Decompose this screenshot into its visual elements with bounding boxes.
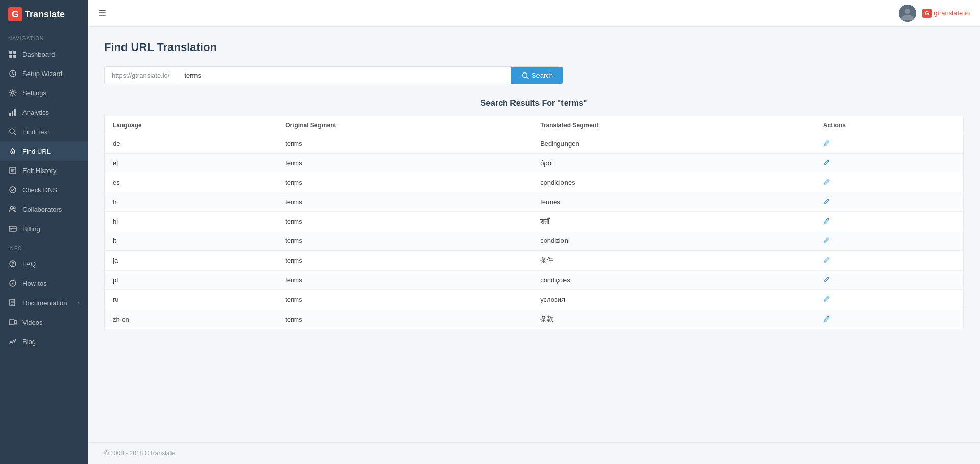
cell-lang: fr [105, 192, 278, 212]
page-title: Find URL Translation [104, 41, 964, 54]
videos-icon [8, 318, 17, 327]
cell-original: terms [277, 192, 532, 212]
sidebar-item-blog[interactable]: Blog [0, 332, 88, 351]
search-bar: https://gtranslate.io/ Search [104, 66, 564, 84]
cell-lang: de [105, 134, 278, 154]
col-original: Original Segment [277, 116, 532, 134]
cell-translated: όροι [532, 154, 815, 173]
sidebar-item-edit-history[interactable]: Edit History [0, 161, 88, 180]
hamburger-button[interactable]: ☰ [98, 8, 106, 19]
col-translated: Translated Segment [532, 116, 815, 134]
search-icon [522, 72, 529, 79]
edit-button[interactable] [823, 276, 830, 284]
sidebar-item-dashboard[interactable]: Dashboard [0, 44, 88, 64]
cell-actions [815, 290, 964, 309]
sidebar-item-billing[interactable]: Billing [0, 219, 88, 238]
table-row: ru terms условия [105, 290, 964, 309]
topbar: ☰ G gtranslate.io [88, 0, 980, 27]
cell-actions [815, 251, 964, 271]
logo-text: Translate [24, 9, 65, 20]
sidebar-item-find-url-label: Find URL [22, 148, 80, 155]
svg-rect-1 [13, 51, 16, 54]
documentation-chevron-icon: › [78, 300, 80, 306]
edit-button[interactable] [823, 256, 830, 265]
cell-original: terms [277, 290, 532, 309]
search-button[interactable]: Search [511, 67, 563, 84]
svg-point-23 [905, 9, 910, 14]
sidebar-item-settings[interactable]: Settings [0, 83, 88, 103]
sidebar-item-faq-label: FAQ [22, 260, 80, 268]
brand-domain: gtranslate.io [934, 9, 970, 17]
cell-actions [815, 173, 964, 192]
sidebar-item-how-tos[interactable]: How-tos [0, 274, 88, 293]
sidebar-item-videos[interactable]: Videos [0, 312, 88, 332]
edit-button[interactable] [823, 315, 830, 324]
cell-lang: ru [105, 290, 278, 309]
cell-actions [815, 212, 964, 231]
table-row: de terms Bedingungen [105, 134, 964, 154]
cell-actions [815, 134, 964, 154]
sidebar-item-analytics[interactable]: Analytics [0, 103, 88, 122]
cell-lang: es [105, 173, 278, 192]
table-row: hi terms शर्तों [105, 212, 964, 231]
content-area: Find URL Translation https://gtranslate.… [88, 27, 980, 442]
sidebar-item-settings-label: Settings [22, 89, 80, 97]
brand-g-icon: G [922, 9, 932, 18]
dashboard-icon [8, 50, 17, 59]
table-row: pt terms condições [105, 271, 964, 290]
table-row: fr terms termes [105, 192, 964, 212]
search-input[interactable] [177, 67, 511, 84]
logo-icon: G [8, 7, 22, 21]
avatar[interactable] [899, 5, 916, 22]
svg-rect-7 [12, 111, 13, 116]
sidebar-item-check-dns[interactable]: Check DNS [0, 180, 88, 200]
svg-point-10 [12, 151, 14, 153]
sidebar-item-find-text-label: Find Text [22, 128, 80, 136]
find-url-icon [8, 146, 17, 156]
edit-button[interactable] [823, 178, 830, 187]
edit-history-icon [8, 166, 17, 175]
edit-button[interactable] [823, 198, 830, 206]
svg-point-13 [11, 207, 13, 209]
col-actions: Actions [815, 116, 964, 134]
cell-actions [815, 231, 964, 251]
search-prefix: https://gtranslate.io/ [105, 67, 177, 84]
info-section-label: INFO [0, 238, 88, 254]
col-language: Language [105, 116, 278, 134]
table-row: it terms condizioni [105, 231, 964, 251]
sidebar-item-documentation[interactable]: Documentation › [0, 293, 88, 312]
edit-button[interactable] [823, 217, 830, 226]
sidebar-item-videos-label: Videos [22, 319, 80, 326]
cell-original: terms [277, 154, 532, 173]
svg-rect-16 [10, 230, 12, 231]
svg-point-18 [12, 265, 13, 266]
sidebar-item-find-url[interactable]: Find URL [0, 141, 88, 161]
svg-rect-3 [13, 55, 16, 58]
sidebar-item-collaborators[interactable]: Collaborators [0, 200, 88, 219]
cell-translated: condizioni [532, 231, 815, 251]
nav-section-label: NAVIGATION [0, 29, 88, 44]
sidebar-item-setup-wizard[interactable]: Setup Wizard [0, 64, 88, 83]
edit-button[interactable] [823, 295, 830, 304]
svg-rect-6 [9, 113, 11, 116]
svg-point-14 [13, 207, 15, 209]
cell-translated: शर्तों [532, 212, 815, 231]
sidebar-item-find-text[interactable]: Find Text [0, 122, 88, 141]
results-table: Language Original Segment Translated Seg… [104, 116, 964, 329]
sidebar-item-collaborators-label: Collaborators [22, 206, 80, 213]
svg-rect-11 [10, 167, 16, 174]
cell-actions [815, 154, 964, 173]
cell-lang: pt [105, 271, 278, 290]
sidebar-item-faq[interactable]: FAQ [0, 254, 88, 274]
cell-original: terms [277, 231, 532, 251]
main-panel: ☰ G gtranslate.io Find URL Translation h… [88, 0, 980, 464]
edit-button[interactable] [823, 236, 830, 245]
edit-button[interactable] [823, 159, 830, 167]
how-tos-icon [8, 279, 17, 288]
setup-wizard-icon [8, 69, 17, 78]
cell-translated: condições [532, 271, 815, 290]
edit-button[interactable] [823, 139, 830, 148]
documentation-icon [8, 298, 17, 307]
svg-point-5 [12, 92, 14, 94]
logo[interactable]: G Translate [0, 0, 88, 29]
